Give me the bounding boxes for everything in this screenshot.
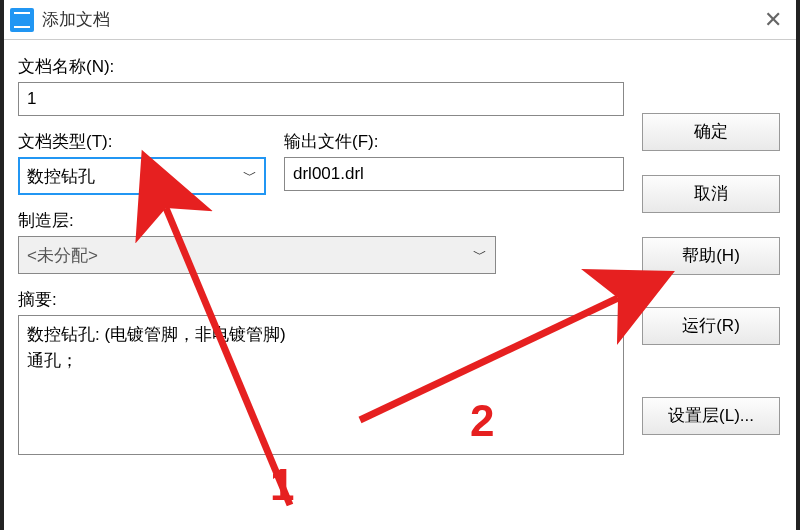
chevron-down-icon: ﹀	[243, 167, 257, 185]
chevron-down-icon: ﹀	[473, 246, 487, 264]
doc-type-value: 数控钻孔	[27, 165, 95, 188]
mfg-layer-value: <未分配>	[27, 244, 98, 267]
cancel-button[interactable]: 取消	[642, 175, 780, 213]
close-icon[interactable]: ✕	[756, 7, 790, 33]
doc-name-input[interactable]	[18, 82, 624, 116]
titlebar: 添加文档 ✕	[0, 0, 800, 40]
output-file-label: 输出文件(F):	[284, 130, 624, 153]
mfg-layer-select[interactable]: <未分配> ﹀	[18, 236, 496, 274]
ok-button[interactable]: 确定	[642, 113, 780, 151]
output-file-input[interactable]	[284, 157, 624, 191]
summary-label: 摘要:	[18, 288, 624, 311]
app-icon	[10, 8, 34, 32]
run-button[interactable]: 运行(R)	[642, 307, 780, 345]
summary-textarea[interactable]	[18, 315, 624, 455]
doc-type-label: 文档类型(T):	[18, 130, 266, 153]
mfg-layer-label: 制造层:	[18, 209, 624, 232]
doc-name-label: 文档名称(N):	[18, 55, 624, 78]
window-title: 添加文档	[42, 8, 756, 31]
set-layer-button[interactable]: 设置层(L)...	[642, 397, 780, 435]
doc-type-select[interactable]: 数控钻孔 ﹀	[18, 157, 266, 195]
help-button[interactable]: 帮助(H)	[642, 237, 780, 275]
